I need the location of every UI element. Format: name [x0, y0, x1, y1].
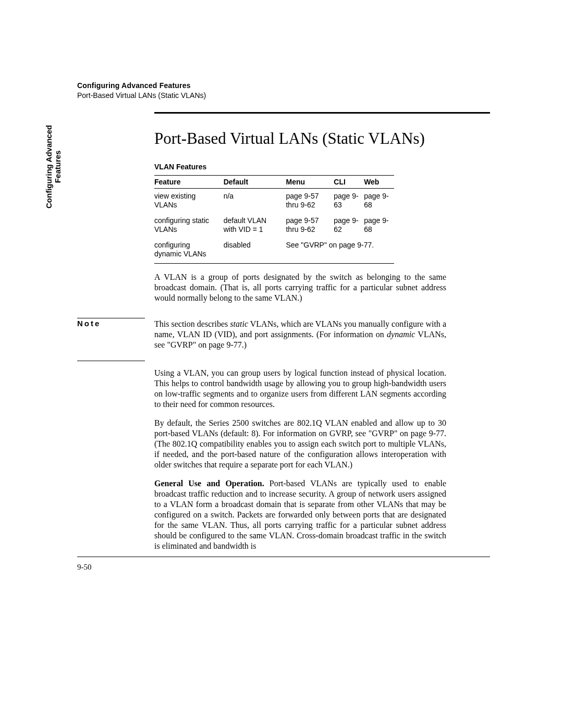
table-row: configuring dynamic VLANs disabled See "… — [154, 238, 394, 264]
note-text-pre: This section describes — [154, 319, 230, 328]
cell-web: page 9-68 — [364, 213, 394, 238]
paragraph-general-use: General Use and Operation. Port-based VL… — [154, 478, 446, 551]
table-row: view existing VLANs n/a page 9-57 thru 9… — [154, 188, 394, 213]
side-tab-line2: Features — [53, 125, 62, 208]
cell-menu: page 9-57 thru 9-62 — [286, 213, 334, 238]
table-caption: VLAN Features — [154, 163, 446, 171]
section-double-rule — [77, 112, 490, 114]
note-italic-static: static — [230, 319, 248, 328]
page-title: Port-Based Virtual LANs (Static VLANs) — [154, 129, 490, 148]
th-default: Default — [224, 175, 286, 188]
th-cli: CLI — [334, 175, 364, 188]
running-head-subtitle: Port-Based Virtual LANs (Static VLANs) — [77, 91, 490, 101]
paragraph-usage: Using a VLAN, you can group users by log… — [154, 368, 446, 410]
cell-feature: configuring static VLANs — [154, 213, 224, 238]
footer-rule — [77, 557, 490, 557]
cell-default: disabled — [224, 238, 286, 264]
content-column: VLAN Features Feature Default Menu CLI W… — [154, 163, 446, 551]
page: Configuring Advanced Features Port-Based… — [0, 0, 563, 728]
cell-cli: page 9-62 — [334, 213, 364, 238]
note-rule-top — [77, 318, 145, 318]
th-web: Web — [364, 175, 394, 188]
note-italic-dynamic: dynamic — [387, 330, 415, 339]
page-number: 9-50 — [77, 563, 92, 572]
side-tab: Configuring Advanced Features — [44, 125, 63, 208]
cell-cli: page 9-63 — [334, 188, 364, 213]
vlan-features-table: Feature Default Menu CLI Web view existi… — [154, 175, 394, 264]
table-header-row: Feature Default Menu CLI Web — [154, 175, 394, 188]
note-rule-bottom — [77, 361, 145, 361]
runin-heading: General Use and Operation. — [154, 479, 264, 488]
rule-thick — [154, 112, 490, 114]
table-row: configuring static VLANs default VLAN wi… — [154, 213, 394, 238]
note-label: Note — [77, 319, 145, 329]
paragraph-intro: A VLAN is a group of ports designated by… — [154, 272, 446, 303]
th-feature: Feature — [154, 175, 224, 188]
running-head: Configuring Advanced Features Port-Based… — [77, 81, 490, 101]
cell-default: default VLAN with VID = 1 — [224, 213, 286, 238]
cell-default: n/a — [224, 188, 286, 213]
th-menu: Menu — [286, 175, 334, 188]
paragraph-default: By default, the Series 2500 switches are… — [154, 418, 446, 470]
running-head-title: Configuring Advanced Features — [77, 81, 490, 91]
side-tab-line1: Configuring Advanced — [44, 125, 53, 208]
cell-feature: configuring dynamic VLANs — [154, 238, 224, 264]
cell-feature: view existing VLANs — [154, 188, 224, 213]
note-block: Note This section describes static VLANs… — [154, 319, 446, 350]
paragraph-general-use-rest: Port-based VLANs are typically used to e… — [154, 479, 446, 550]
cell-web: page 9-68 — [364, 188, 394, 213]
cell-menu-span: See "GVRP" on page 9-77. — [286, 238, 394, 264]
cell-menu: page 9-57 thru 9-62 — [286, 188, 334, 213]
